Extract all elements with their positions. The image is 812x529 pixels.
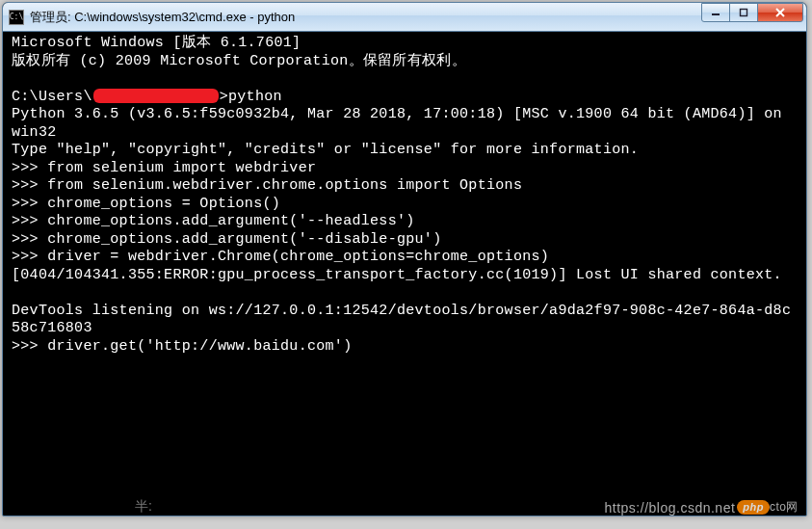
redacted-username (93, 89, 219, 103)
terminal-line: DevTools listening on ws://127.0.0.1:125… (12, 303, 791, 337)
watermark-text-left: https://blog.csdn.net (605, 500, 736, 516)
terminal-line: >>> from selenium.webdriver.chrome.optio… (12, 177, 522, 194)
cmd-window: C:\ 管理员: C:\windows\system32\cmd.exe - p… (2, 2, 807, 516)
footer-label: 半: (135, 498, 152, 516)
terminal-line: >>> driver = webdriver.Chrome(chrome_opt… (12, 249, 549, 265)
titlebar[interactable]: C:\ 管理员: C:\windows\system32\cmd.exe - p… (3, 3, 806, 32)
php-badge-icon: php (737, 500, 770, 515)
watermark: https://blog.csdn.net phpcto网 (605, 499, 799, 516)
svg-rect-1 (741, 10, 747, 16)
terminal-line: >>> chrome_options.add_argument('--disab… (12, 231, 441, 248)
terminal-line: >>> chrome_options = Options() (12, 196, 280, 212)
terminal-line: [0404/104341.355:ERROR:gpu_process_trans… (12, 267, 782, 283)
terminal-line: Microsoft Windows [版本 6.1.7601] (12, 35, 301, 51)
terminal-line: Python 3.6.5 (v3.6.5:f59c0932b4, Mar 28 … (12, 106, 791, 141)
close-button[interactable] (757, 3, 803, 22)
app-icon: C:\ (9, 10, 24, 25)
terminal-line: >>> driver.get('http://www.baidu.com') (12, 338, 352, 355)
window-title: 管理员: C:\windows\system32\cmd.exe - pytho… (30, 9, 702, 26)
maximize-button[interactable] (729, 3, 758, 22)
window-controls (702, 3, 803, 22)
watermark-text-right: cto网 (770, 499, 799, 516)
terminal-line: 版权所有 (c) 2009 Microsoft Corporation。保留所有… (12, 53, 466, 69)
terminal-line: >>> from selenium import webdriver (12, 160, 316, 176)
minimize-button[interactable] (701, 3, 730, 22)
terminal-output[interactable]: Microsoft Windows [版本 6.1.7601] 版权所有 (c)… (10, 33, 799, 509)
terminal-line: Type "help", "copyright", "credits" or "… (12, 142, 639, 158)
terminal-line: >>> chrome_options.add_argument('--headl… (12, 213, 415, 229)
terminal-line: C:\Users\>python (12, 89, 282, 105)
